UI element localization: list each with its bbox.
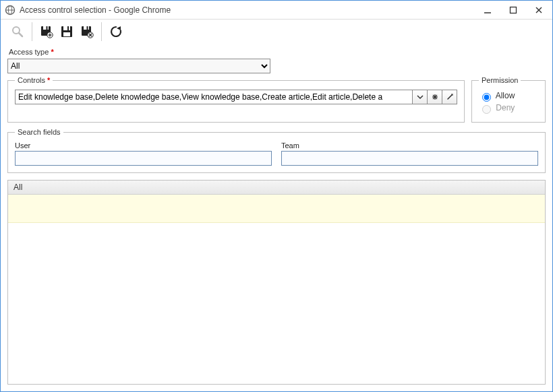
toolbar <box>1 20 552 44</box>
svg-rect-16 <box>63 26 70 30</box>
permission-legend: Permission <box>479 76 521 84</box>
svg-rect-11 <box>47 26 48 30</box>
svg-rect-10 <box>43 26 49 30</box>
controls-line <box>15 90 457 104</box>
svg-rect-17 <box>67 26 69 30</box>
search-team-col: Team <box>281 141 538 166</box>
save-icon <box>60 25 74 38</box>
required-icon: * <box>51 48 53 56</box>
search-user-label: User <box>15 141 272 150</box>
content: Access type * All Controls * <box>1 44 552 391</box>
save-close-button[interactable] <box>77 22 97 42</box>
window-title: Access control selection - Google Chrome <box>20 5 477 15</box>
separator-icon <box>32 22 32 41</box>
results-highlight-row[interactable] <box>8 195 545 223</box>
access-type-label: Access type <box>9 48 49 56</box>
search-button[interactable] <box>7 22 28 42</box>
search-fields-legend: Search fields <box>15 128 63 136</box>
controls-fieldset: Controls * <box>7 76 465 123</box>
svg-line-30 <box>448 95 452 99</box>
maximize-button[interactable] <box>506 3 520 17</box>
controls-dropdown-button[interactable] <box>413 90 428 104</box>
save-close-icon <box>80 25 94 38</box>
svg-rect-21 <box>87 26 88 30</box>
minimize-button[interactable] <box>481 3 494 17</box>
results-panel: All <box>7 180 546 385</box>
access-type-label-row: Access type * <box>7 48 546 56</box>
save-add-icon <box>40 25 53 38</box>
svg-marker-25 <box>117 26 121 30</box>
asterisk-icon <box>432 94 438 100</box>
separator-icon <box>101 22 102 41</box>
permission-deny: Deny <box>479 103 538 114</box>
save-add-button[interactable] <box>36 22 57 42</box>
search-icon <box>11 25 24 38</box>
chevron-down-icon <box>417 94 424 100</box>
search-team-label: Team <box>281 141 538 150</box>
titlebar: Access control selection - Google Chrome <box>1 1 552 20</box>
results-body <box>8 223 545 384</box>
controls-asterisk-button[interactable] <box>428 90 442 104</box>
wand-icon <box>446 93 454 101</box>
controls-wand-button[interactable] <box>442 90 457 104</box>
permission-fieldset: Permission Allow Deny <box>471 76 546 123</box>
save-button[interactable] <box>57 22 77 42</box>
refresh-button[interactable] <box>106 22 126 42</box>
permission-deny-label: Deny <box>496 103 515 112</box>
access-type-select[interactable]: All <box>7 59 270 73</box>
permission-allow-label: Allow <box>496 91 515 100</box>
permission-allow[interactable]: Allow <box>479 91 538 102</box>
svg-rect-18 <box>63 32 70 36</box>
permission-deny-radio <box>482 105 491 114</box>
search-team-input[interactable] <box>281 151 538 166</box>
required-icon: * <box>47 76 50 84</box>
window: Access control selection - Google Chrome <box>0 0 553 392</box>
controls-legend-text: Controls <box>18 76 45 84</box>
search-fields-fieldset: Search fields User Team <box>7 128 546 173</box>
results-header[interactable]: All <box>8 181 545 195</box>
svg-line-8 <box>19 33 22 36</box>
controls-legend: Controls * <box>15 76 53 84</box>
controls-input[interactable] <box>15 90 413 104</box>
permission-allow-radio[interactable] <box>482 93 491 102</box>
search-user-input[interactable] <box>15 151 272 166</box>
svg-rect-20 <box>84 26 89 30</box>
window-controls <box>481 3 546 17</box>
refresh-icon <box>109 25 123 38</box>
globe-icon <box>5 5 16 15</box>
svg-rect-4 <box>511 7 517 13</box>
close-button[interactable] <box>532 3 546 17</box>
search-user-col: User <box>15 141 272 166</box>
